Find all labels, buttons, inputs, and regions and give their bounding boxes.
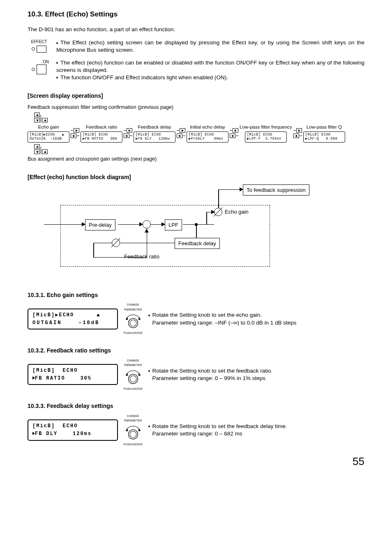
lcd-small: [MicB] ECHO ▶FB DLY 120ms	[134, 131, 175, 143]
effect-key-desc: The Effect (echo) setting screen can be …	[56, 39, 364, 54]
lcd-small: [MicB] ECHO ▶LPF-F 3.75kHz	[245, 131, 287, 143]
setting-knob-icon: CHANGEPARAMETER PUSH-ENTER	[124, 303, 143, 335]
screen-node: Initial echo delay[MicB] ECHO ▶PreDLY 80…	[187, 124, 228, 143]
setting-knob-icon: CHANGEPARAMETER PUSH-ENTER	[124, 414, 143, 446]
block-diagram: Pre-delay LPF Echo gain To feedback supp…	[44, 185, 307, 280]
echo-gain-heading: 10.3.1. Echo gain settings	[28, 291, 364, 299]
screen-node: Low-pass filter frequency[MicB] ECHO ▶LP…	[240, 124, 292, 143]
echo-gain-label: Echo gain	[225, 208, 249, 216]
feedback-delay-box: Feedback delay	[175, 238, 220, 249]
screen-node: Feedback ratio[MicB] ECHO ▶FB RATIO 30%	[81, 124, 122, 143]
section-heading: 10.3. Effect (Echo) Settings	[28, 10, 364, 19]
svg-marker-9	[138, 428, 141, 431]
svg-marker-4	[125, 373, 127, 376]
feedback-ratio-heading: 10.3.2. Feedback ratio settings	[28, 347, 364, 355]
screen-label: Initial echo delay	[190, 124, 225, 131]
block-diagram-heading: [Effect (echo) function block diagram]	[28, 173, 364, 181]
screen-ops-heading: [Screen display operations]	[28, 92, 364, 100]
predelay-box: Pre-delay	[85, 219, 115, 231]
echo-gain-desc: Rotate the Setting knob to set the echo …	[148, 311, 364, 326]
screen-node: Feedback delay[MicB] ECHO ▶FB DLY 120ms	[134, 124, 175, 143]
lcd-feedback-delay: [MicB] ECHO FB DLY 120ms	[28, 419, 118, 440]
screen-label: Feedback ratio	[86, 124, 117, 131]
feedback-delay-heading: 10.3.3. Feedback delay settings	[28, 402, 364, 410]
svg-point-7	[130, 375, 136, 382]
nav-updown-icon	[34, 113, 364, 122]
lcd-small: [MicB] ECHO ▶PreDLY 80ms	[187, 131, 228, 143]
lpf-box: LPF	[165, 219, 182, 231]
screen-flow: Echo gain[MicB]▶ECHO ▲ OUTGAIN –10dBFeed…	[28, 124, 364, 143]
setting-knob-icon: CHANGEPARAMETER PUSH-ENTER	[124, 359, 143, 391]
svg-point-11	[130, 431, 136, 438]
nav-lr-icon	[230, 128, 238, 138]
nav-lr-icon	[71, 128, 79, 138]
lcd-small: [MicB] ECHO ▶LPF-Q 0.500	[303, 131, 345, 143]
page-number: 55	[28, 454, 364, 469]
next-page-caption: Bus assignment and crosspoint gain setti…	[28, 156, 364, 163]
nav-lr-icon	[124, 128, 132, 138]
led-icon	[32, 47, 35, 51]
key-icon	[37, 64, 46, 74]
svg-marker-1	[138, 318, 141, 320]
svg-marker-5	[138, 373, 141, 376]
screen-label: Feedback delay	[138, 124, 171, 131]
effect-key-label: EFFECT	[31, 39, 47, 45]
on-key-icon: ON	[28, 59, 51, 75]
intro-text: The D-901 has an echo function, a part o…	[28, 26, 364, 33]
screen-label: Low-pass filter frequency	[240, 124, 292, 131]
svg-marker-8	[125, 428, 127, 431]
prev-page-caption: Feedback suppression filter setting conf…	[28, 104, 364, 111]
on-key-desc: The effect (echo) function can be enable…	[56, 59, 364, 82]
feedback-ratio-desc: Rotate the Setting knob to set the feedb…	[148, 367, 364, 382]
nav-lr-icon	[177, 128, 185, 138]
svg-point-3	[130, 320, 136, 327]
svg-marker-0	[125, 318, 127, 320]
lcd-small: [MicB] ECHO ▶FB RATIO 30%	[81, 131, 122, 143]
lcd-echo-gain: [MicB]▶ECHO OUTGAIN –10dB	[28, 309, 118, 329]
screen-node: Echo gain[MicB]▶ECHO ▲ OUTGAIN –10dB	[28, 124, 69, 143]
screen-label: Low-pass filter Q	[307, 124, 342, 131]
lcd-feedback-ratio: [MicB] ECHO FB RATIO 30%	[28, 364, 118, 385]
key-icon	[37, 46, 46, 53]
led-icon	[32, 68, 35, 71]
sum-node-icon	[143, 220, 151, 228]
lcd-small: [MicB]▶ECHO ▲ OUTGAIN –10dB	[28, 131, 69, 143]
screen-label: Echo gain	[38, 124, 59, 131]
nav-updown-icon	[34, 144, 364, 154]
nav-lr-icon	[293, 128, 302, 138]
feedback-ratio-label: Feedback ratio	[124, 253, 159, 260]
on-key-label: ON	[43, 59, 49, 65]
screen-node: Low-pass filter Q[MicB] ECHO ▶LPF-Q 0.50…	[303, 124, 345, 143]
feedback-delay-desc: Rotate the Setting knob to set the feedb…	[148, 423, 364, 438]
effect-key-icon: EFFECT	[28, 39, 51, 53]
feedback-suppression-box: To feedback suppression	[243, 184, 309, 196]
